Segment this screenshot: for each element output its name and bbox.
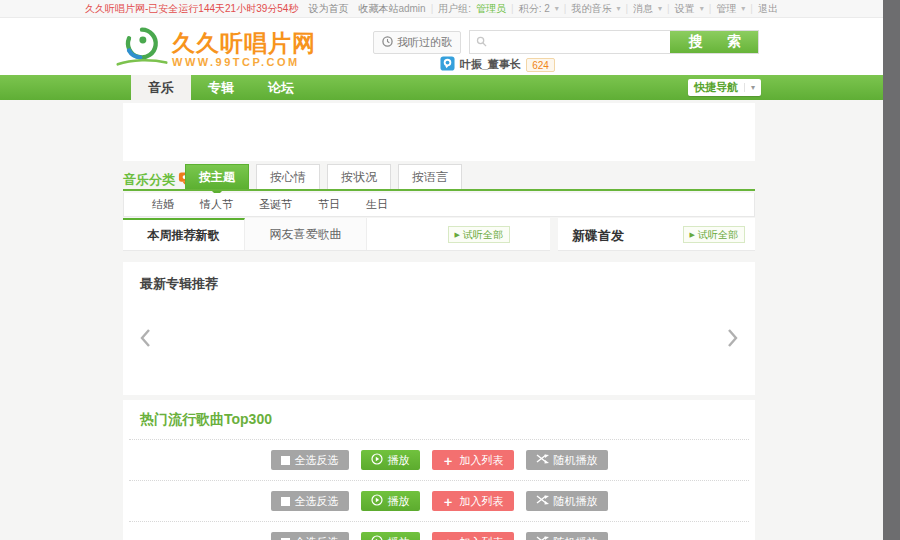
listened-songs-button[interactable]: 我听过的歌 xyxy=(373,31,461,54)
banner-placeholder xyxy=(123,103,755,161)
messages-menu[interactable]: 消息 xyxy=(633,2,653,16)
search-box: 搜 索 xyxy=(469,30,759,54)
select-all-button[interactable]: 全选反选 xyxy=(271,532,349,540)
set-home-link[interactable]: 设为首页 xyxy=(308,2,348,16)
site-logo[interactable]: 久久听唱片网 WWW.99TCP.COM xyxy=(116,23,316,75)
recommend-panel: 本周推荐新歌 网友喜爱歌曲 ▶ 试听全部 xyxy=(123,218,550,251)
separator: | xyxy=(667,3,670,14)
quick-nav-button[interactable]: 快捷导航 ▾ xyxy=(688,79,761,96)
separator: | xyxy=(431,3,434,14)
hot-songs-title: 热门流行歌曲Top300 xyxy=(123,400,755,439)
search-icon xyxy=(476,33,487,51)
quick-nav-label: 快捷导航 xyxy=(694,80,738,95)
checkbox-icon xyxy=(281,456,290,465)
play-button[interactable]: 播放 xyxy=(361,450,420,470)
uptime-notice: 久久听唱片网-已安全运行144天21小时39分54秒 xyxy=(85,2,298,16)
logged-user-chip[interactable]: 叶振_董事长 624 xyxy=(440,56,555,73)
nav-tab-forum[interactable]: 论坛 xyxy=(251,75,311,100)
bookmark-link[interactable]: 收藏本站 xyxy=(358,2,398,16)
add-to-list-label: 加入列表 xyxy=(460,494,504,509)
shuffle-label: 随机播放 xyxy=(554,535,598,540)
caret-down-icon: ▾ xyxy=(658,5,662,13)
settings-menu[interactable]: 设置 xyxy=(675,2,695,16)
new-album-title: 新碟首发 xyxy=(572,227,624,245)
play-triangle-icon: ▶ xyxy=(455,231,460,238)
category-tabs: 按主题 按心情 按状况 按语言 xyxy=(185,164,462,189)
page: 久久听唱片网-已安全运行144天21小时39分54秒 设为首页 收藏本站 adm… xyxy=(0,0,900,540)
category-tab-theme[interactable]: 按主题 xyxy=(185,164,249,189)
select-all-button[interactable]: 全选反选 xyxy=(271,491,349,511)
nav-tab-music[interactable]: 音乐 xyxy=(131,75,191,100)
category-tab-status[interactable]: 按状况 xyxy=(327,164,391,189)
admin-menu[interactable]: 管理 xyxy=(716,2,736,16)
checkbox-icon xyxy=(281,497,290,506)
tab-weekly-new-songs[interactable]: 本周推荐新歌 xyxy=(123,218,245,250)
song-group-row: 全选反选 播放 ＋ 加入列表 xyxy=(129,480,749,521)
shuffle-play-button[interactable]: 随机播放 xyxy=(526,491,608,511)
add-to-list-button[interactable]: ＋ 加入列表 xyxy=(432,450,514,470)
add-to-list-label: 加入列表 xyxy=(460,535,504,540)
sub-item-wedding[interactable]: 结婚 xyxy=(152,197,174,212)
category-tab-language[interactable]: 按语言 xyxy=(398,164,462,189)
username[interactable]: admin xyxy=(398,3,425,14)
category-tab-mood[interactable]: 按心情 xyxy=(256,164,320,189)
separator: | xyxy=(564,3,567,14)
logo-title: 久久听唱片网 xyxy=(172,30,316,56)
main-nav-tabs: 音乐 专辑 论坛 xyxy=(131,75,311,100)
user-group-value[interactable]: 管理员 xyxy=(476,2,506,16)
caret-down-icon: ▾ xyxy=(744,83,755,92)
add-to-list-button[interactable]: ＋ 加入列表 xyxy=(432,491,514,511)
search-button[interactable]: 搜 索 xyxy=(670,31,758,53)
shuffle-play-button[interactable]: 随机播放 xyxy=(526,532,608,540)
message-count-badge[interactable]: 624 xyxy=(526,58,555,72)
listen-all-button[interactable]: ▶ 试听全部 xyxy=(448,226,510,243)
separator: | xyxy=(511,3,514,14)
category-title: 音乐分类 xyxy=(123,171,175,189)
add-to-list-button[interactable]: ＋ 加入列表 xyxy=(432,532,514,540)
logo-swirl-icon xyxy=(116,23,168,75)
shuffle-play-button[interactable]: 随机播放 xyxy=(526,450,608,470)
search-area: 我听过的歌 搜 索 xyxy=(373,30,759,54)
caret-down-icon: ▾ xyxy=(700,5,704,13)
play-button[interactable]: 播放 xyxy=(361,532,420,540)
search-input-wrap xyxy=(470,31,670,53)
play-button[interactable]: 播放 xyxy=(361,491,420,511)
logo-subtitle: WWW.99TCP.COM xyxy=(172,56,316,68)
select-all-label: 全选反选 xyxy=(295,535,339,540)
carousel-next-icon[interactable] xyxy=(726,328,740,348)
top-utility-bar: 久久听唱片网-已安全运行144天21小时39分54秒 设为首页 收藏本站 adm… xyxy=(0,0,883,18)
tab-user-favorites[interactable]: 网友喜爱歌曲 xyxy=(245,218,367,250)
main-nav: 音乐 专辑 论坛 快捷导航 ▾ xyxy=(0,75,883,100)
search-input[interactable] xyxy=(492,35,664,49)
sub-item-birthday[interactable]: 生日 xyxy=(366,197,388,212)
user-menu-bar: admin | 用户组: 管理员 | 积分: 2 ▾ | 我的音乐 ▾ | 消息… xyxy=(398,2,778,16)
window-edge-strip xyxy=(883,0,900,540)
play-circle-icon xyxy=(371,453,383,467)
history-clock-icon xyxy=(382,36,393,49)
site-header: 久久听唱片网 WWW.99TCP.COM 我听过的歌 xyxy=(0,19,883,75)
shuffle-label: 随机播放 xyxy=(554,453,598,468)
caret-down-icon: ▾ xyxy=(555,5,559,13)
shuffle-icon xyxy=(536,536,549,540)
plus-icon: ＋ xyxy=(442,454,455,467)
listened-songs-label: 我听过的歌 xyxy=(397,35,452,50)
listen-all-button[interactable]: ▶ 试听全部 xyxy=(683,226,745,243)
carousel-prev-icon[interactable] xyxy=(138,328,152,348)
my-music-menu[interactable]: 我的音乐 xyxy=(571,2,611,16)
logo-text: 久久听唱片网 WWW.99TCP.COM xyxy=(172,30,316,68)
topbar-left: 久久听唱片网-已安全运行144天21小时39分54秒 设为首页 收藏本站 xyxy=(85,2,398,16)
latest-albums-section: 最新专辑推荐 xyxy=(123,262,755,395)
song-group-row: 全选反选 播放 ＋ 加入列表 xyxy=(129,439,749,480)
plus-icon: ＋ xyxy=(442,495,455,508)
sub-item-festival[interactable]: 节日 xyxy=(318,197,340,212)
shuffle-label: 随机播放 xyxy=(554,494,598,509)
sub-item-valentine[interactable]: 情人节 xyxy=(200,197,233,212)
logout-link[interactable]: 退出 xyxy=(758,2,778,16)
select-all-button[interactable]: 全选反选 xyxy=(271,450,349,470)
nav-tab-albums[interactable]: 专辑 xyxy=(191,75,251,100)
sub-item-christmas[interactable]: 圣诞节 xyxy=(259,197,292,212)
points-menu[interactable]: 积分: 2 xyxy=(519,2,550,16)
separator: | xyxy=(625,3,628,14)
shuffle-icon xyxy=(536,454,549,466)
song-group-row: 全选反选 播放 ＋ 加入列表 xyxy=(129,521,749,540)
